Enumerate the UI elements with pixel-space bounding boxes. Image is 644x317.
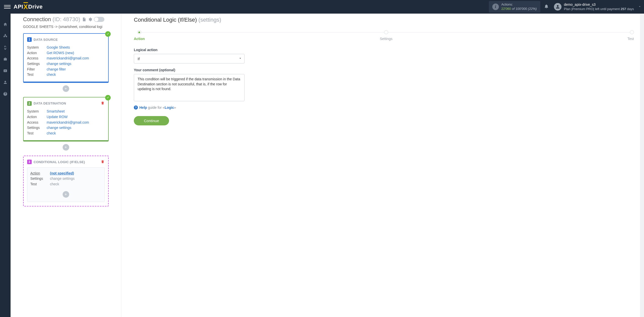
actions-pct: (22%) (527, 7, 537, 11)
nav-home-icon[interactable] (2, 21, 9, 28)
stepper-settings[interactable]: Settings (380, 30, 393, 41)
connection-subtitle: GOOGLE SHEETS -> (smartsheet, conditiona… (23, 25, 109, 29)
logical-action-label: Logical action (134, 48, 634, 52)
wizard-stepper: Action Settings Test (134, 30, 634, 41)
source-action-link[interactable]: Get ROWS (new) (47, 50, 74, 56)
delete-destination-button[interactable] (101, 101, 105, 106)
dest-system-link[interactable]: Smartsheet (47, 109, 65, 114)
dest-settings-link[interactable]: change settings (47, 125, 71, 131)
data-destination-card[interactable]: 2 DATA DESTINATION SystemSmartsheet Acti… (23, 97, 109, 141)
logo-x: X (23, 3, 28, 11)
dest-test-link[interactable]: check (47, 131, 56, 136)
bell-icon[interactable] (544, 4, 549, 10)
comment-label: Your comment (optional) (134, 68, 634, 72)
check-icon (105, 95, 111, 100)
nav-youtube-icon[interactable] (2, 67, 9, 74)
nav-briefcase-icon[interactable] (2, 56, 9, 62)
logo[interactable]: API X Drive (14, 3, 43, 11)
comment-textarea[interactable] (134, 74, 245, 101)
nav-billing-icon[interactable] (2, 44, 9, 51)
source-access-link[interactable]: maverickandrii@gmail.com (47, 56, 89, 61)
dest-access-link[interactable]: maverickandrii@gmail.com (47, 120, 89, 125)
main-panel: Conditional Logic (If/Else) (settings) A… (121, 14, 644, 317)
gear-icon[interactable] (88, 17, 92, 22)
nav-user-icon[interactable] (2, 79, 9, 86)
connection-toggle[interactable] (94, 17, 104, 22)
delete-logic-button[interactable] (101, 160, 105, 164)
dest-action-link[interactable]: Update ROW (47, 114, 68, 120)
data-source-card[interactable]: 1 DATA SOURCE SystemGoogle Sheets Action… (23, 33, 109, 83)
question-icon: ? (134, 105, 138, 110)
nav-help-icon[interactable] (2, 91, 9, 97)
info-icon: i (492, 4, 499, 10)
left-rail (0, 14, 11, 317)
actions-used: 22'060 (501, 7, 511, 11)
logic-action-link[interactable]: (not specified) (50, 171, 74, 176)
add-step-button[interactable]: + (63, 85, 69, 92)
conditional-logic-card[interactable]: 3 CONDITIONAL LOGIC (IF/ELSE) Action(not… (23, 156, 109, 206)
step-number: 1 (27, 37, 32, 42)
logical-action-select[interactable]: If (134, 54, 245, 63)
user-menu[interactable]: demo_apix-drive_s3 Plan |Premium PRO| le… (554, 3, 634, 11)
avatar-icon (554, 3, 561, 11)
step-title: DATA DESTINATION (34, 101, 66, 105)
connection-id: (ID: 48730) (53, 16, 80, 23)
step-title: DATA SOURCE (34, 38, 58, 42)
step-title: CONDITIONAL LOGIC (IF/ELSE) (34, 160, 85, 164)
continue-button[interactable]: Continue (134, 116, 169, 125)
menu-icon[interactable] (4, 4, 11, 10)
source-system-link[interactable]: Google Sheets (47, 45, 70, 50)
add-branch-button[interactable]: + (63, 191, 69, 198)
actions-of: of (511, 7, 515, 11)
help-link[interactable]: ? Help guide for «Logic» (134, 105, 634, 110)
connection-title: Connection (23, 16, 51, 23)
source-filter-link[interactable]: change filter (47, 67, 66, 72)
page-title: Conditional Logic (If/Else) (settings) (134, 17, 634, 23)
stepper-test[interactable]: Test (627, 30, 634, 41)
actions-total: 100'000 (515, 7, 527, 11)
logic-test-label: check (50, 182, 59, 187)
document-icon[interactable] (82, 17, 86, 22)
logo-suffix: Drive (28, 4, 43, 10)
logo-prefix: API (14, 4, 23, 10)
logic-settings-label: change settings (50, 176, 75, 182)
nav-sitemap-icon[interactable] (2, 33, 9, 39)
topbar: API X Drive i Actions: 22'060 of 100'000… (0, 0, 644, 14)
actions-label: Actions: (501, 3, 537, 7)
source-settings-link[interactable]: change settings (47, 61, 71, 67)
actions-counter[interactable]: i Actions: 22'060 of 100'000 (22%) (489, 1, 540, 13)
step-number: 3 (27, 160, 32, 164)
stepper-action[interactable]: Action (134, 30, 145, 41)
check-icon (105, 31, 111, 37)
left-panel: Connection (ID: 48730) GOOGLE SHEETS -> … (11, 14, 121, 317)
step-number: 2 (27, 101, 32, 106)
chevron-down-icon[interactable] (638, 5, 641, 9)
user-name: demo_apix-drive_s3 (564, 3, 634, 7)
add-step-button[interactable]: + (63, 144, 69, 151)
source-test-link[interactable]: check (47, 72, 56, 78)
